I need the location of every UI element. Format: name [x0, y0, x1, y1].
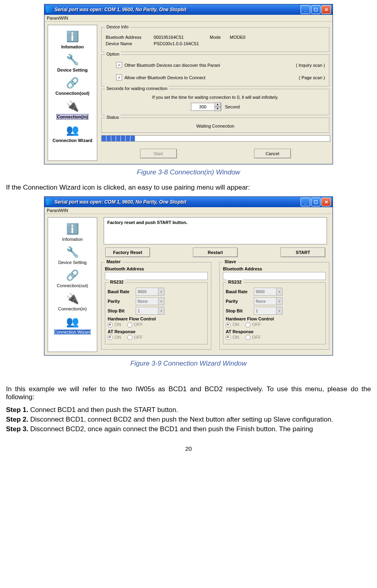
status-text: Waiting Connection: [106, 124, 325, 128]
cancel-button[interactable]: Cancel: [254, 149, 291, 158]
titlebar[interactable]: Serial port was open: COM 1, 9600, No Pa…: [44, 197, 333, 207]
minimize-button[interactable]: _: [301, 5, 310, 14]
connection-out-icon: 🔗: [64, 75, 80, 91]
master-hfc-off-radio[interactable]: [127, 322, 132, 328]
app-icon: [46, 6, 52, 13]
progress-bar: [101, 135, 330, 142]
factory-reset-button[interactable]: Factory Reset: [105, 248, 150, 257]
close-button[interactable]: ✕: [321, 5, 331, 14]
info-icon: ℹ️: [64, 221, 80, 237]
connection-out-icon: 🔗: [64, 267, 80, 283]
sidebar-item-connection-out[interactable]: 🔗 Connection(out): [49, 74, 96, 96]
step-3: Step 3. Disconnect BCD2, once again conn…: [6, 425, 371, 433]
slave-rs232-group: RS232 Baud Rate 9600▾ Parity None▾ Stop …: [223, 282, 326, 344]
master-stopbit-select[interactable]: 1▾: [136, 307, 164, 315]
master-hfc-on-radio[interactable]: [108, 322, 113, 328]
connection-in-icon: 🔌: [64, 290, 80, 306]
page-scan-checkbox[interactable]: ✓: [116, 74, 122, 80]
slave-bt-address-input[interactable]: [223, 272, 326, 280]
menubar[interactable]: ParaniWIN: [44, 207, 333, 214]
bt-address-label: Bluetooth Address: [106, 35, 154, 40]
device-info-group: Device Info Bluetooth Address 000195164C…: [101, 27, 329, 52]
slave-at-on-radio[interactable]: [226, 335, 231, 340]
sidebar: ℹ️ Infomation 🔧 Device Setting 🔗 Connect…: [48, 217, 97, 352]
instruction-text: Factory reset and push START button.: [104, 217, 327, 244]
device-name-value: PSD100v1.0.0-164C51: [154, 41, 199, 46]
wrench-icon: 🔧: [64, 244, 80, 260]
master-rs232-group: RS232 Baud Rate 9600▾ Parity None▾ Stop …: [105, 282, 208, 344]
app-icon: [46, 199, 52, 205]
master-parity-select[interactable]: None▾: [136, 297, 164, 305]
slave-stopbit-select[interactable]: 1▾: [254, 307, 283, 315]
minimize-button[interactable]: _: [301, 198, 310, 206]
device-name-label: Device Name: [106, 41, 154, 46]
connection-wizard-window: Serial port was open: COM 1, 9600, No Pa…: [44, 196, 333, 356]
maximize-button[interactable]: ☐: [311, 198, 321, 206]
slave-group: Slave Bluetooth Address RS232 Baud Rate …: [219, 262, 329, 350]
body-paragraph-1: If the Connection Wizard icon is clicked…: [6, 184, 371, 192]
page-number: 20: [6, 445, 371, 452]
menubar[interactable]: ParaniWIN: [44, 15, 333, 22]
mode-value: MODE0: [230, 35, 245, 40]
connection-in-icon: 🔌: [64, 98, 80, 114]
status-group: Status Waiting Connection: [101, 118, 329, 133]
sidebar-item-connection-wizard[interactable]: 👥 Connection Wizard: [49, 121, 96, 144]
step-2: Step 2. Disconnect BCD1, connect BCD2 an…: [6, 416, 371, 424]
figure-caption-1: Figure 3-8 Connection(in) Window: [6, 168, 371, 176]
bt-address-value: 000195164C51: [154, 35, 210, 40]
start-button[interactable]: START: [281, 248, 325, 257]
option-group: Option ✓ Other Bluetooth Devices can dis…: [101, 54, 329, 86]
slave-hfc-off-radio[interactable]: [245, 322, 251, 328]
sidebar-item-device-setting[interactable]: 🔧 Device Setting: [49, 243, 96, 266]
connection-in-window: Serial port was open: COM 1, 9600, No Pa…: [44, 4, 333, 164]
wait-note: If you set the time for waiting connecti…: [106, 95, 325, 100]
sidebar-item-connection-out[interactable]: 🔗 Connection(out): [49, 266, 96, 289]
figure-caption-2: Figure 3-9 Connection Wizard Window: [6, 360, 371, 368]
maximize-button[interactable]: ☐: [311, 5, 321, 14]
wrench-icon: 🔧: [64, 52, 80, 68]
wizard-icon: 👥: [64, 122, 80, 138]
sidebar-item-information[interactable]: ℹ️ Infomation: [49, 220, 96, 242]
close-button[interactable]: ✕: [321, 198, 331, 206]
titlebar[interactable]: Serial port was open: COM 1, 9600, No Pa…: [44, 4, 333, 15]
slave-parity-select[interactable]: None▾: [254, 297, 283, 305]
sidebar-item-information[interactable]: ℹ️ Infomation: [49, 28, 96, 50]
info-icon: ℹ️: [64, 28, 80, 44]
sidebar-item-device-setting[interactable]: 🔧 Device Setting: [49, 51, 96, 73]
wizard-icon: 👥: [64, 314, 80, 330]
start-button[interactable]: Start: [140, 149, 177, 158]
restart-button[interactable]: Restart: [193, 248, 238, 257]
master-at-on-radio[interactable]: [108, 335, 113, 340]
master-group: Master Bluetooth Address RS232 Baud Rate…: [101, 262, 211, 350]
slave-hfc-on-radio[interactable]: [226, 322, 231, 328]
sidebar-item-connection-wizard[interactable]: 👥 Connection Wizard: [49, 313, 96, 335]
master-at-off-radio[interactable]: [127, 335, 132, 340]
wait-group: Seconds for waiting connection If you se…: [101, 89, 329, 115]
step-1: Step 1. Connect BCD1 and then push the S…: [6, 406, 371, 414]
body-paragraph-2: In this example we will refer to the two…: [6, 385, 371, 401]
sidebar: ℹ️ Infomation 🔧 Device Setting 🔗 Connect…: [48, 25, 97, 161]
master-bt-address-input[interactable]: [105, 272, 208, 280]
slave-at-off-radio[interactable]: [245, 335, 251, 340]
window-title: Serial port was open: COM 1, 9600, No Pa…: [54, 7, 301, 12]
sidebar-item-connection-in[interactable]: 🔌 Connection(in): [49, 290, 96, 312]
slave-baud-select[interactable]: 9600▾: [254, 288, 283, 296]
sidebar-item-connection-in[interactable]: 🔌 Connection(in): [49, 97, 96, 120]
master-baud-select[interactable]: 9600▾: [136, 288, 164, 296]
mode-label: Mode: [210, 35, 230, 40]
window-title: Serial port was open: COM 1, 9600, No Pa…: [54, 199, 301, 205]
wait-seconds-spinner[interactable]: 300 ▲▼: [191, 103, 221, 111]
inquiry-scan-checkbox[interactable]: ✓: [116, 62, 122, 68]
